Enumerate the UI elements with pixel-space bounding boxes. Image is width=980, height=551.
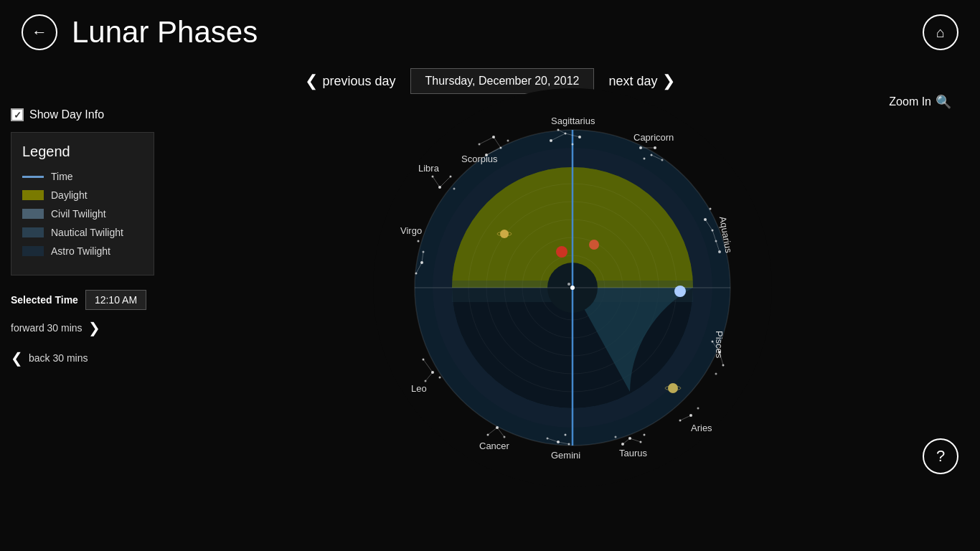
- back-arrow-icon: ❮: [11, 349, 23, 367]
- zoom-in-button[interactable]: Zoom In 🔍: [889, 94, 951, 110]
- main-content: Show Day Info Legend Time Daylight Civil…: [0, 101, 980, 489]
- daylight-label: Daylight: [51, 189, 88, 201]
- legend-item-astro: Astro Twilight: [22, 245, 143, 257]
- time-line-icon: [22, 176, 44, 178]
- civil-twilight-label: Civil Twilight: [51, 208, 106, 220]
- header: ← Lunar Phases ⌂: [0, 0, 980, 65]
- legend-item-nautical: Nautical Twilight: [22, 227, 143, 238]
- zoom-in-icon: 🔍: [936, 94, 951, 110]
- mars-planet: [556, 246, 567, 258]
- svg-point-51: [565, 434, 567, 436]
- wheel-area: Zoom In 🔍: [165, 87, 980, 489]
- back-30-mins-button[interactable]: ❮ back 30 mins: [11, 346, 154, 370]
- selected-time-section: Selected Time 12:10 AM forward 30 mins ❯…: [11, 290, 154, 370]
- svg-point-68: [418, 240, 420, 242]
- forward-arrow-icon: ❯: [88, 319, 100, 336]
- home-button[interactable]: ⌂: [923, 14, 958, 50]
- svg-point-45: [644, 434, 646, 436]
- saturn-planet: [500, 230, 509, 238]
- moon: [674, 286, 686, 297]
- selected-time-value: 12:10 AM: [85, 290, 146, 310]
- capricorn-label: Capricorn: [633, 132, 674, 143]
- show-day-info-toggle[interactable]: Show Day Info: [11, 108, 154, 121]
- zodiac-wheel-container: Scorpius Sagittarius: [372, 87, 773, 489]
- svg-point-11: [572, 143, 574, 146]
- zoom-in-label: Zoom In: [889, 95, 931, 108]
- aries-label: Aries: [691, 423, 712, 433]
- planet-lower-right: [668, 383, 678, 393]
- legend-title: Legend: [22, 143, 143, 160]
- svg-point-73: [453, 188, 456, 190]
- forward-30-mins-button[interactable]: forward 30 mins ❯: [11, 316, 154, 340]
- legend-item-time: Time: [22, 171, 143, 182]
- back-30-label: back 30 mins: [29, 352, 88, 364]
- back-button[interactable]: ←: [22, 14, 57, 50]
- taurus-label: Taurus: [619, 448, 648, 458]
- daylight-color-icon: [22, 190, 44, 200]
- cancer-label: Cancer: [479, 441, 510, 451]
- forward-30-label: forward 30 mins: [11, 322, 83, 334]
- leo-label: Leo: [411, 383, 427, 394]
- astro-twilight-label: Astro Twilight: [51, 245, 110, 257]
- nautical-twilight-color-icon: [22, 227, 44, 237]
- sagittarius-label: Sagittarius: [551, 116, 595, 126]
- app-title: Lunar Phases: [72, 15, 258, 50]
- sidebar: Show Day Info Legend Time Daylight Civil…: [0, 101, 165, 489]
- selected-time-row: Selected Time 12:10 AM: [11, 290, 154, 310]
- legend-panel: Legend Time Daylight Civil Twilight Naut…: [11, 132, 154, 276]
- jupiter-planet: [589, 240, 599, 250]
- help-button[interactable]: ?: [923, 438, 958, 474]
- time-label: Time: [51, 171, 73, 182]
- civil-twilight-color-icon: [22, 209, 44, 219]
- svg-point-4: [507, 140, 509, 142]
- center-dot: [570, 286, 575, 290]
- help-icon: ?: [936, 447, 945, 466]
- center-dot-2: [567, 283, 570, 286]
- svg-point-44: [615, 436, 617, 438]
- astro-twilight-color-icon: [22, 246, 44, 256]
- legend-item-daylight: Daylight: [22, 189, 143, 201]
- show-day-info-label: Show Day Info: [29, 108, 104, 121]
- svg-point-19: [644, 158, 646, 160]
- nautical-twilight-label: Nautical Twilight: [51, 227, 123, 238]
- show-day-info-checkbox[interactable]: [11, 108, 24, 121]
- scorpius-label: Scorpius: [461, 154, 498, 164]
- libra-label: Libra: [418, 163, 440, 174]
- gemini-label: Gemini: [551, 450, 580, 461]
- virgo-label: Virgo: [400, 225, 422, 236]
- legend-item-civil: Civil Twilight: [22, 208, 143, 220]
- svg-point-62: [439, 377, 441, 379]
- svg-point-39: [697, 408, 699, 410]
- selected-time-title: Selected Time: [11, 294, 78, 306]
- svg-point-33: [715, 373, 717, 375]
- zodiac-wheel-svg: Scorpius Sagittarius: [372, 87, 773, 489]
